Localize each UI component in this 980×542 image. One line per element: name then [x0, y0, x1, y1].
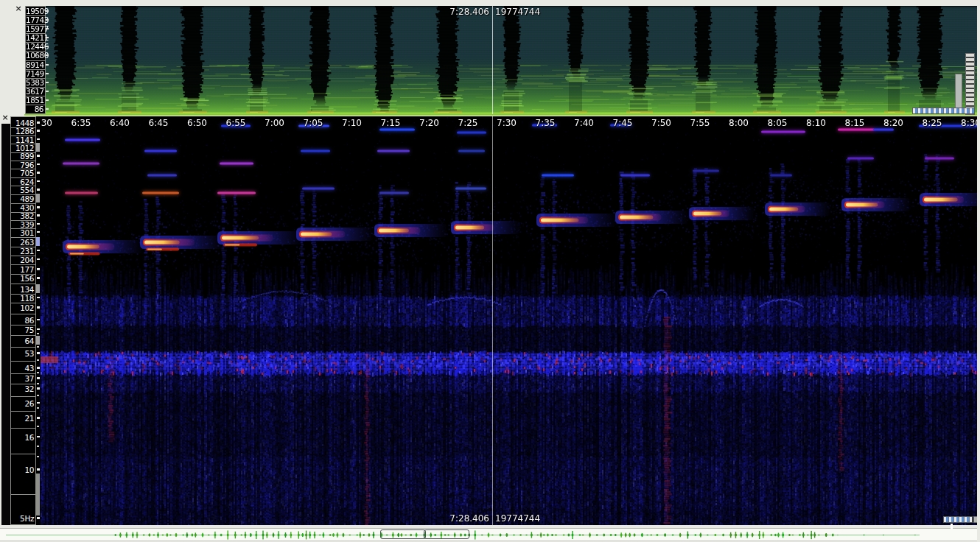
pane1-level-meter[interactable]	[965, 53, 975, 115]
pane-separator-line	[24, 114, 977, 116]
scale-cell-divider	[11, 237, 35, 238]
overview-position-tick	[951, 524, 953, 529]
frequency-label: 86	[26, 105, 43, 113]
frequency-tick	[37, 180, 40, 183]
frequency-minor-tick	[37, 372, 39, 373]
scale-cell-divider	[26, 60, 45, 61]
frequency-label: 5Hz	[11, 514, 34, 523]
scale-cell-divider	[11, 428, 35, 429]
scale-marker-thumb[interactable]	[36, 284, 40, 293]
frequency-label: 339	[11, 220, 34, 229]
frequency-minor-tick	[37, 346, 39, 348]
scale-marker-thumb[interactable]	[36, 336, 40, 345]
scale-cell-divider	[11, 220, 35, 221]
frequency-minor-tick	[37, 426, 39, 427]
frequency-label: 32	[11, 384, 34, 393]
scale-cell-divider	[26, 42, 45, 43]
scale-cell-divider	[11, 384, 35, 384]
frequency-label: 156	[11, 274, 34, 283]
frequency-label: 15977	[26, 24, 43, 33]
frequency-label: 899	[11, 152, 34, 161]
pane1-spectrogram-canvas[interactable]	[46, 6, 977, 114]
frequency-tick	[37, 417, 40, 419]
pane2-tick-strip	[36, 116, 41, 525]
playback-cursor-line-pane2[interactable]	[492, 116, 493, 525]
frequency-label: 19509	[26, 7, 43, 15]
pane2-left-strip	[1, 124, 10, 525]
frequency-tick	[37, 402, 40, 404]
scale-cell-divider	[11, 136, 35, 136]
frequency-label: 1012	[11, 144, 34, 152]
frequency-label: 1141	[11, 136, 34, 144]
scale-marker-thumb[interactable]	[36, 474, 40, 515]
frequency-tick	[37, 277, 40, 279]
scale-cell-divider	[11, 247, 35, 247]
scale-cell-divider	[11, 274, 35, 275]
frequency-tick	[37, 206, 40, 208]
frequency-minor-tick	[37, 395, 39, 396]
frequency-tick	[37, 172, 40, 174]
pane1-frequency-scale[interactable]: 1950917743159771421112446106808914714953…	[25, 6, 46, 114]
frequency-label: 8914	[26, 60, 43, 69]
scale-cell-divider	[11, 396, 35, 397]
scale-cell-divider	[11, 494, 35, 495]
pane2-frequency-scale[interactable]: 1448128611411012899796705624554489430382…	[10, 116, 36, 525]
frequency-tick	[37, 250, 40, 252]
pane2-close-button[interactable]: ×	[1, 114, 10, 123]
frequency-label: 624	[11, 177, 34, 186]
scale-cell-divider	[11, 303, 35, 303]
frequency-label: 5383	[26, 78, 43, 87]
pane2-spectrogram-canvas[interactable]	[41, 116, 977, 525]
scale-cell-divider	[26, 15, 45, 16]
scale-cell-divider	[11, 144, 35, 144]
frequency-label: 16	[11, 433, 34, 442]
playback-cursor-line-pane1[interactable]	[492, 6, 493, 114]
frequency-tick	[37, 306, 40, 309]
frequency-tick	[37, 163, 40, 166]
overview-selection-rect[interactable]	[424, 529, 469, 539]
frequency-label: 489	[11, 194, 34, 203]
frequency-minor-tick	[37, 456, 39, 457]
frequency-minor-tick	[37, 359, 39, 361]
scale-cell-divider	[26, 69, 45, 70]
overview-waveform-canvas[interactable]	[0, 529, 980, 541]
frequency-tick	[37, 367, 40, 369]
scale-cell-divider	[11, 194, 35, 195]
scale-cell-divider	[11, 361, 35, 362]
frequency-tick	[37, 231, 40, 233]
scale-marker-thumb[interactable]	[36, 143, 40, 152]
frequency-tick	[37, 517, 40, 519]
scale-cell-divider	[11, 228, 35, 229]
scale-cell-divider	[11, 152, 35, 153]
scale-cell-divider	[11, 335, 35, 336]
scale-cell-divider	[26, 105, 45, 105]
frequency-tick	[37, 297, 40, 299]
frequency-label: 1448	[11, 119, 34, 127]
frequency-label: 705	[11, 169, 34, 177]
frequency-label: 10680	[26, 51, 43, 60]
frequency-label: 75	[11, 325, 34, 334]
scale-cell-divider	[11, 177, 35, 178]
scale-marker-thumb[interactable]	[36, 237, 40, 246]
frequency-label: 64	[11, 337, 34, 345]
scale-cell-divider	[11, 454, 35, 454]
frequency-label: 3617	[26, 87, 43, 96]
spectrogram-viewer-window: × × 195091774315977142111244610680891471…	[0, 0, 980, 542]
scale-cell-divider	[11, 127, 35, 128]
scale-cell-divider	[11, 212, 35, 213]
scale-cell-divider	[11, 256, 35, 256]
pane1-close-button[interactable]: ×	[14, 5, 23, 14]
scale-cell-divider	[11, 373, 35, 374]
scale-cell-divider	[26, 96, 45, 96]
scale-marker-thumb[interactable]	[36, 194, 40, 203]
pane2-render-progress-bar	[943, 516, 973, 523]
frequency-label: 53	[11, 349, 34, 358]
frequency-label: 301	[11, 228, 34, 237]
frequency-label: 14211	[26, 33, 43, 42]
scale-cell-divider	[11, 294, 35, 295]
frequency-tick	[37, 328, 40, 331]
scale-cell-divider	[11, 203, 35, 204]
overview-selection-rect[interactable]	[380, 529, 426, 539]
frequency-label: 118	[11, 294, 34, 303]
frequency-label: 17743	[26, 15, 43, 24]
